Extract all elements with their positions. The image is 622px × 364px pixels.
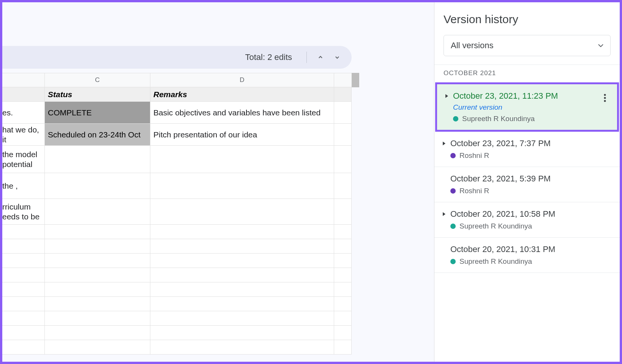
cell[interactable] (150, 225, 334, 239)
cell[interactable] (150, 326, 334, 340)
header-status[interactable]: Status (45, 87, 150, 101)
cell[interactable] (150, 311, 334, 325)
column-headers: C D (2, 73, 352, 87)
version-item-current[interactable]: October 23, 2021, 11:23 PM Current versi… (435, 82, 619, 132)
cell[interactable] (334, 225, 352, 239)
version-date: October 23, 2021, 7:37 PM (450, 139, 551, 148)
version-item[interactable]: October 20, 2021, 10:58 PM Supreeth R Ko… (434, 202, 620, 238)
prev-edit-button[interactable] (314, 50, 327, 64)
editor-name: Roshni R (459, 151, 489, 160)
cell[interactable] (150, 173, 334, 199)
cell[interactable] (45, 199, 150, 224)
version-date: October 23, 2021, 11:23 PM (453, 91, 558, 101)
col-header-d[interactable]: D (150, 73, 334, 87)
cell[interactable] (2, 297, 45, 311)
cell-remarks[interactable]: Pitch presentation of our idea (150, 124, 334, 145)
cell[interactable] (2, 268, 45, 282)
expand-toggle[interactable] (441, 212, 447, 216)
cell[interactable] (334, 87, 352, 101)
cell[interactable]: the model potential (2, 146, 45, 173)
divider (306, 52, 307, 63)
cell[interactable] (45, 225, 150, 239)
version-item[interactable]: October 23, 2021, 7:37 PM Roshni R (434, 132, 620, 167)
header-remarks[interactable]: Remarks (150, 87, 334, 101)
scrollbar-thumb[interactable] (352, 73, 359, 87)
cell[interactable] (334, 282, 352, 296)
cell[interactable] (334, 268, 352, 282)
cell[interactable] (150, 282, 334, 296)
expand-toggle[interactable] (441, 141, 447, 146)
version-date: October 23, 2021, 5:39 PM (450, 174, 551, 184)
cell[interactable] (2, 254, 45, 268)
cell[interactable] (334, 146, 352, 173)
cell[interactable]: hat we do, it (2, 124, 45, 145)
table-row: the , (2, 173, 352, 199)
cell[interactable] (2, 311, 45, 325)
version-item[interactable]: October 23, 2021, 5:39 PM Roshni R (434, 167, 620, 202)
versions-filter-dropdown[interactable]: All versions (444, 35, 611, 56)
cell[interactable]: the , (2, 173, 45, 199)
cell[interactable] (2, 239, 45, 253)
cell[interactable] (45, 173, 150, 199)
editor-color-dot (450, 153, 456, 158)
table-row (2, 254, 352, 268)
table-row (2, 282, 352, 297)
cell[interactable] (2, 225, 45, 239)
cell[interactable] (2, 340, 45, 354)
cell[interactable] (150, 297, 334, 311)
cell[interactable] (150, 254, 334, 268)
cell[interactable] (150, 340, 334, 354)
cell[interactable] (45, 340, 150, 354)
cell[interactable]: rriculum eeds to be (2, 199, 45, 224)
cell[interactable] (2, 282, 45, 296)
table-header-row: Status Remarks (2, 87, 352, 102)
cell[interactable] (45, 282, 150, 296)
cell[interactable] (150, 146, 334, 173)
cell[interactable] (45, 326, 150, 340)
cell[interactable] (150, 268, 334, 282)
cell-status[interactable]: COMPLETE (45, 102, 150, 123)
cell[interactable] (334, 173, 352, 199)
cell[interactable] (334, 102, 352, 123)
table-row (2, 326, 352, 340)
svg-point-1 (604, 97, 606, 99)
cell[interactable] (334, 340, 352, 354)
col-header-e[interactable] (334, 73, 352, 87)
table-row (2, 311, 352, 326)
cell[interactable] (334, 239, 352, 253)
cell[interactable] (334, 199, 352, 224)
expand-toggle[interactable] (444, 94, 449, 98)
cell[interactable] (334, 124, 352, 145)
cell[interactable] (150, 239, 334, 253)
cell[interactable]: es. (2, 102, 45, 123)
cell[interactable] (45, 297, 150, 311)
cell[interactable] (2, 326, 45, 340)
triangle-right-icon (445, 94, 448, 98)
cell[interactable] (2, 87, 45, 101)
col-header-blank[interactable] (2, 73, 45, 87)
cell[interactable] (334, 297, 352, 311)
dropdown-label: All versions (451, 41, 493, 50)
cell[interactable] (45, 239, 150, 253)
next-edit-button[interactable] (330, 50, 344, 64)
cell[interactable] (45, 268, 150, 282)
cell[interactable] (334, 326, 352, 340)
table-row: es. COMPLETE Basic objectives and variab… (2, 102, 352, 124)
cell[interactable] (45, 311, 150, 325)
col-header-c[interactable]: C (45, 73, 150, 87)
cell-status[interactable]: Scheduled on 23-24th Oct (45, 124, 150, 145)
panel-title: Version history (434, 13, 620, 35)
more-vertical-icon (604, 94, 606, 102)
version-history-panel: Version history All versions OCTOBER 202… (434, 2, 620, 362)
cell[interactable] (150, 199, 334, 224)
cell[interactable] (45, 146, 150, 173)
spreadsheet-grid[interactable]: C D Status Remarks es. COMPLETE Basic ob… (2, 73, 352, 355)
cell[interactable] (45, 254, 150, 268)
cell[interactable] (334, 311, 352, 325)
chevron-up-icon (317, 54, 324, 61)
editor-name: Supreeth R Koundinya (462, 115, 535, 123)
cell[interactable] (334, 254, 352, 268)
cell-remarks[interactable]: Basic objectives and variables have been… (150, 102, 334, 123)
version-more-button[interactable] (599, 92, 611, 104)
version-item[interactable]: October 20, 2021, 10:31 PM Supreeth R Ko… (434, 238, 620, 273)
